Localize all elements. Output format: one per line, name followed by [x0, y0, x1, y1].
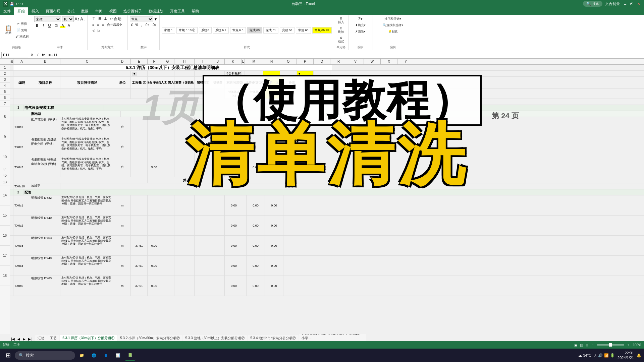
autosum-button[interactable]: Σ▾: [356, 16, 366, 22]
formula-cancel-icon[interactable]: ✕: [30, 53, 35, 57]
style-normal66[interactable]: 常规 66: [296, 27, 311, 34]
tab-developer[interactable]: 开发工具: [167, 7, 188, 15]
col-header-j[interactable]: J: [211, 59, 225, 64]
col-header-i[interactable]: I: [195, 59, 211, 64]
italic-button[interactable]: I: [41, 23, 45, 28]
font-shrink-icon[interactable]: A↓: [80, 17, 85, 21]
taskbar-notification-icon[interactable]: 🔔: [637, 353, 641, 358]
col-header-g[interactable]: G: [161, 59, 174, 64]
indent-decrease-icon[interactable]: ◁: [91, 28, 96, 33]
tab-file[interactable]: 文件: [0, 7, 14, 15]
decimal-inc-icon[interactable]: .0↑: [144, 23, 150, 27]
col-header-w[interactable]: W: [364, 59, 381, 64]
style-complete60[interactable]: 完成 60: [247, 27, 262, 34]
zoom-slider[interactable]: [597, 344, 624, 346]
tab-data-planning[interactable]: 数据规划: [145, 7, 167, 15]
align-right-icon[interactable]: ≡: [101, 22, 105, 27]
title-search[interactable]: 🔍 搜索: [583, 1, 602, 7]
col-header-expand[interactable]: ⊞: [10, 59, 13, 64]
col-header-n[interactable]: N: [263, 59, 280, 64]
row-header-2[interactable]: 2: [0, 71, 10, 77]
percent-icon[interactable]: %: [135, 23, 140, 27]
style-normal2[interactable]: 常规 5 10 ②: [176, 27, 198, 34]
col-header-q[interactable]: Q: [314, 59, 330, 64]
col-header-a[interactable]: A: [13, 59, 30, 64]
font-color-button[interactable]: A: [66, 23, 71, 28]
row-header-4[interactable]: 4: [0, 83, 10, 89]
border-bottom-icon[interactable]: ⊡: [53, 23, 59, 28]
tab-review[interactable]: 审阅: [92, 7, 106, 15]
paste-button[interactable]: 📋 粘贴: [3, 25, 13, 36]
sheet-tab-534[interactable]: 5.3.4 地州b市b安装分公分项②: [248, 335, 299, 341]
row-header-13[interactable]: 13: [0, 179, 10, 185]
row-header-7[interactable]: 7: [0, 101, 10, 107]
sheet-tab-process[interactable]: 工艺: [47, 335, 59, 341]
sheet-tab-532[interactable]: 5.3.2 小洋（30m-60m）安装分部分项②: [117, 335, 182, 341]
tab-formula[interactable]: 公式: [64, 7, 78, 15]
sort-filter-button[interactable]: 排序和筛选▾: [381, 16, 405, 22]
tab-zaojiabj[interactable]: 造价百科子: [120, 7, 145, 15]
taskbar-files-icon[interactable]: 📁: [76, 350, 87, 361]
style-normal[interactable]: 常规 1: [162, 27, 175, 34]
zoom-out-icon[interactable]: －: [591, 343, 594, 347]
wrap-text-icon[interactable]: ↵ 自动: [109, 16, 122, 22]
indent-increase-icon[interactable]: ▷: [97, 28, 101, 33]
taskbar-edge-icon[interactable]: e: [101, 350, 111, 361]
formula-confirm-icon[interactable]: ✓: [35, 53, 40, 57]
col-header-x[interactable]: X: [381, 59, 397, 64]
comma-icon[interactable]: ,: [140, 23, 143, 27]
font-name-select[interactable]: 宋体: [34, 16, 61, 22]
row-header-17[interactable]: 17: [0, 246, 10, 266]
taskbar-excel-active-icon[interactable]: 📗: [125, 350, 136, 361]
save-icon[interactable]: 💾: [10, 2, 14, 6]
number-format-select[interactable]: 常规: [130, 16, 153, 22]
col-header-c[interactable]: C: [60, 59, 114, 64]
taskbar-browser-icon[interactable]: 🌐: [89, 350, 99, 361]
tab-help[interactable]: 帮助: [188, 7, 202, 15]
col-header-m[interactable]: M: [245, 59, 263, 64]
formula-input[interactable]: =U11: [47, 52, 643, 58]
row-header-6[interactable]: 6: [0, 95, 10, 101]
col-header-p[interactable]: P: [297, 59, 314, 64]
style-normal5[interactable]: 常规 6 3: [230, 27, 246, 34]
row-header-14[interactable]: 14: [0, 185, 10, 205]
col-header-b[interactable]: B: [30, 59, 60, 64]
row-header-8[interactable]: 8: [0, 107, 10, 127]
align-left-icon[interactable]: ≡: [91, 22, 95, 27]
format-button[interactable]: ⚙ 格式: [336, 36, 346, 45]
view-preview-icon[interactable]: ⊞: [586, 343, 588, 347]
sheet-tab-535[interactable]: 5.3.5 lota机构业（计算单业）、幼儿园、小学...: [299, 334, 366, 341]
taskbar-sound-icon[interactable]: 🔊: [598, 353, 603, 358]
bold-button[interactable]: B: [34, 23, 40, 28]
style-complete61[interactable]: 完成 61: [263, 27, 278, 34]
row-header-16[interactable]: 16: [0, 226, 10, 246]
style-normal3[interactable]: 系统6: [199, 27, 211, 34]
close-button[interactable]: ✕: [636, 1, 641, 6]
number-format-dropdown-icon[interactable]: ▼: [154, 17, 158, 21]
tab-data[interactable]: 数据: [78, 7, 92, 15]
col-header-l[interactable]: L: [241, 59, 245, 64]
redo-icon[interactable]: ↪: [20, 2, 23, 6]
row-header-1[interactable]: 1: [0, 65, 10, 71]
sheet-nav-next[interactable]: ▶: [22, 337, 26, 341]
merge-center-button[interactable]: 合并后居中: [106, 22, 123, 27]
row-header-10[interactable]: 10: [0, 147, 10, 167]
style-complete66[interactable]: 完成 66: [280, 27, 295, 34]
col-header-y[interactable]: Y: [397, 59, 414, 64]
col-header-h[interactable]: H: [174, 59, 195, 64]
formula-insert-icon[interactable]: fx: [41, 53, 46, 57]
tab-view[interactable]: 视图: [106, 7, 120, 15]
currency-icon[interactable]: ¥: [130, 23, 134, 27]
format-painter-button[interactable]: 🖌 格式刷: [14, 34, 30, 40]
taskbar-clock[interactable]: 22:31 2024/1/21: [618, 351, 634, 360]
row-header-12[interactable]: 12: [0, 173, 10, 179]
name-box[interactable]: E11: [1, 52, 28, 58]
col-header-o[interactable]: O: [280, 59, 297, 64]
sheet-nav-last[interactable]: ▶|: [27, 337, 33, 341]
minimize-button[interactable]: 🗕: [623, 1, 628, 6]
sheet-nav-first[interactable]: |◀: [10, 337, 16, 341]
row-header-11[interactable]: 11: [0, 167, 10, 173]
insert-button[interactable]: ⊞ 插入: [336, 16, 346, 25]
align-bottom-icon[interactable]: ⊥: [103, 16, 108, 22]
col-header-r[interactable]: R: [330, 59, 347, 64]
